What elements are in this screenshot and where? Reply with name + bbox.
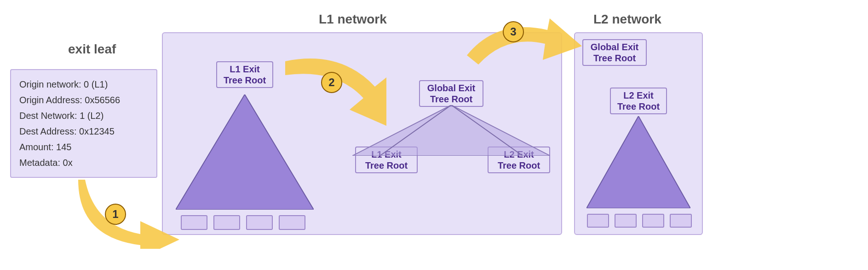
svg-marker-4 [586,116,690,208]
l2-network-title: L2 network [593,12,661,27]
leaf-origin-address: Origin Address: 0x56566 [19,92,148,108]
l2-leaf-slot-4 [670,214,692,228]
leaf-dest-address: Dest Address: 0x12345 [19,123,148,139]
exit-leaf-title: exit leaf [68,42,116,57]
l2-leaf-slot-1 [587,214,609,228]
leaf-origin-network: Origin network: 0 (L1) [19,76,148,92]
svg-line-3 [451,105,523,156]
l1-exit-tree-root-box: L1 Exit Tree Root [216,61,273,88]
l2-leaf-slot-2 [615,214,637,228]
step-circle-3: 3 [503,21,524,42]
leaf-dest-network: Dest Network: 1 (L2) [19,108,148,123]
global-exit-tree-root-box: Global Exit Tree Root [419,80,483,107]
l1-leaf-slot-2 [213,215,240,230]
step-arrow-1 [76,175,182,249]
leaf-metadata: Metadata: 0x [19,155,148,170]
l1-network-title: L1 network [319,12,387,27]
exit-leaf-box: Origin network: 0 (L1) Origin Address: 0… [10,69,157,178]
leaf-amount: Amount: 145 [19,139,148,155]
l2-global-root-box: Global Exit Tree Root [582,39,647,66]
l1-leaf-slot-4 [279,215,305,230]
l2-leaf-slot-3 [642,214,664,228]
step-circle-2: 2 [321,72,342,93]
l1-leaf-slot-3 [246,215,273,230]
step-arrow-3 [460,14,584,74]
l2-exit-tree-triangle [586,116,690,208]
step-arrow-2 [276,54,405,133]
l2-exit-tree-root-box: L2 Exit Tree Root [610,88,667,114]
step-circle-1: 1 [105,204,126,225]
l1-leaf-slot-1 [181,215,207,230]
